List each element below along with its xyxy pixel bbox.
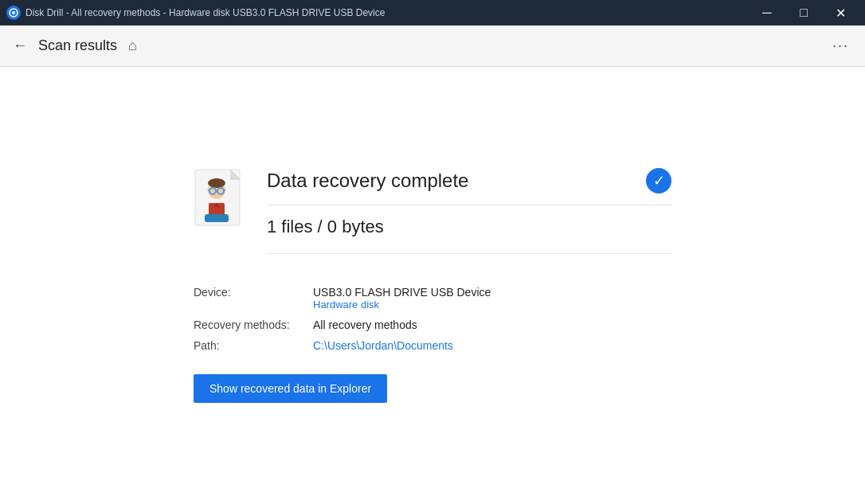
title-bar-text: Disk Drill - All recovery methods - Hard… xyxy=(25,7,385,18)
svg-rect-13 xyxy=(205,214,229,222)
files-summary: 1 files / 0 bytes xyxy=(267,217,671,254)
path-label: Path: xyxy=(194,339,313,352)
title-bar-controls: ─ □ ✕ xyxy=(749,0,859,25)
nav-bar: ← Scan results ⌂ ··· xyxy=(0,25,865,67)
device-value: USB3.0 FLASH DRIVE USB Device Hardware d… xyxy=(313,286,491,311)
recovery-methods-text: All recovery methods xyxy=(313,318,417,331)
path-text: C:\Users\Jordan\Documents xyxy=(313,339,453,352)
title-bar: Disk Drill - All recovery methods - Hard… xyxy=(0,0,865,25)
svg-point-5 xyxy=(208,178,225,188)
show-explorer-button[interactable]: Show recovered data in Explorer xyxy=(194,374,387,403)
maximize-button[interactable]: □ xyxy=(785,0,822,25)
recovery-complete-title: Data recovery complete xyxy=(267,170,468,192)
nav-left: ← Scan results ⌂ xyxy=(10,34,140,57)
more-options-button[interactable]: ··· xyxy=(826,34,855,57)
recovery-methods-label: Recovery methods: xyxy=(194,318,313,331)
recovery-card: Data recovery complete ✓ 1 files / 0 byt… xyxy=(194,168,671,403)
page-title: Scan results xyxy=(38,37,117,54)
check-circle-icon: ✓ xyxy=(646,168,671,193)
svg-point-2 xyxy=(12,11,15,14)
recovery-methods-row: Recovery methods: All recovery methods xyxy=(194,318,671,331)
close-button[interactable]: ✕ xyxy=(822,0,859,25)
card-header-info: Data recovery complete ✓ 1 files / 0 byt… xyxy=(267,168,671,270)
minimize-button[interactable]: ─ xyxy=(749,0,785,25)
device-row: Device: USB3.0 FLASH DRIVE USB Device Ha… xyxy=(194,286,671,311)
details-table: Device: USB3.0 FLASH DRIVE USB Device Ha… xyxy=(194,286,671,352)
device-type: Hardware disk xyxy=(313,299,491,311)
path-value: C:\Users\Jordan\Documents xyxy=(313,339,453,352)
file-icon-container xyxy=(194,168,251,240)
device-label: Device: xyxy=(194,286,313,299)
card-title-row: Data recovery complete ✓ xyxy=(267,168,671,205)
device-name: USB3.0 FLASH DRIVE USB Device xyxy=(313,286,491,299)
file-avatar-icon xyxy=(194,168,251,240)
recovery-methods-value: All recovery methods xyxy=(313,318,417,331)
title-bar-left: Disk Drill - All recovery methods - Hard… xyxy=(6,6,385,20)
main-content: Data recovery complete ✓ 1 files / 0 byt… xyxy=(0,67,865,504)
home-button[interactable]: ⌂ xyxy=(125,34,140,57)
app-icon xyxy=(6,6,21,20)
card-header: Data recovery complete ✓ 1 files / 0 byt… xyxy=(194,168,671,270)
back-button[interactable]: ← xyxy=(10,34,30,57)
path-row: Path: C:\Users\Jordan\Documents xyxy=(194,339,671,352)
